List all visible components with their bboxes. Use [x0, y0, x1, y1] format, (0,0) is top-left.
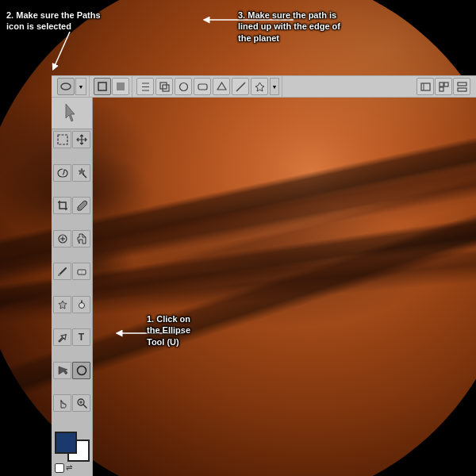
pen-tool[interactable]	[53, 328, 71, 346]
color-area: ⇌	[52, 428, 92, 476]
svg-point-23	[58, 274, 60, 276]
mini-color-icons: ⇌	[55, 463, 89, 473]
svg-point-19	[78, 209, 79, 210]
marquee-tool[interactable]	[53, 131, 71, 148]
healing-tool[interactable]	[53, 230, 71, 248]
svg-rect-17	[58, 135, 67, 144]
svg-rect-2	[117, 83, 125, 90]
svg-rect-11	[440, 83, 443, 86]
svg-line-33	[83, 405, 86, 408]
svg-rect-13	[440, 87, 443, 91]
svg-rect-14	[458, 83, 466, 86]
view-options-btn[interactable]	[453, 78, 470, 95]
svg-line-8	[236, 83, 245, 91]
tool-grid: T	[52, 129, 92, 428]
top-toolbar: ▼	[52, 75, 476, 98]
shape-tools-section: ▼	[134, 76, 282, 97]
move-tool[interactable]	[72, 131, 90, 148]
mode-dropdown[interactable]: ▼	[75, 78, 86, 95]
svg-rect-6	[198, 84, 207, 90]
left-toolbox: T	[52, 98, 93, 476]
ellipse-shape-btn[interactable]	[175, 78, 192, 95]
custom-shape-btn[interactable]	[251, 78, 268, 95]
svg-marker-29	[59, 367, 67, 374]
color-swatches	[55, 432, 90, 462]
path-selection-tool[interactable]	[53, 362, 71, 379]
dodge-tool[interactable]	[72, 296, 90, 313]
svg-point-0	[61, 83, 71, 90]
fill-pixels-btn[interactable]	[112, 78, 129, 95]
foreground-color-swatch[interactable]	[55, 432, 77, 454]
svg-point-5	[179, 83, 187, 90]
svg-point-30	[77, 366, 86, 374]
svg-rect-15	[458, 88, 466, 91]
clone-tool[interactable]	[72, 230, 90, 248]
svg-rect-12	[444, 83, 448, 86]
brush-tool[interactable]	[53, 263, 71, 280]
rounded-rect-btn[interactable]	[194, 78, 211, 95]
line-btn[interactable]	[232, 78, 249, 95]
path-fill-section	[91, 76, 132, 97]
svg-marker-16	[66, 104, 75, 121]
ellipse-tool[interactable]	[72, 362, 90, 379]
right-tools-section	[414, 76, 473, 97]
svg-point-28	[64, 334, 66, 336]
svg-rect-3	[160, 83, 167, 89]
shape-mode-section: ▼	[55, 76, 90, 97]
type-tool[interactable]: T	[72, 328, 90, 346]
svg-point-26	[79, 302, 84, 308]
ellipse-mode-btn[interactable]	[57, 78, 75, 95]
svg-rect-4	[163, 85, 169, 91]
path-ops-btn[interactable]	[155, 78, 173, 95]
svg-rect-9	[421, 83, 430, 90]
shapes-dropdown[interactable]: ▼	[270, 78, 279, 95]
svg-rect-1	[98, 83, 106, 90]
view-doc-btn[interactable]	[416, 78, 434, 95]
svg-marker-7	[217, 83, 226, 90]
view-arrange-btn[interactable]	[435, 78, 452, 95]
eyedropper-tool[interactable]	[72, 197, 90, 214]
eraser-tool[interactable]	[72, 263, 90, 280]
zoom-tool[interactable]	[72, 394, 90, 412]
blur-tool[interactable]	[53, 296, 71, 313]
paths-btn[interactable]	[94, 78, 111, 95]
polygon-btn[interactable]	[213, 78, 230, 95]
default-colors-icon[interactable]	[55, 463, 64, 473]
crop-tool[interactable]	[53, 197, 71, 214]
svg-line-18	[83, 174, 86, 178]
swap-colors-icon[interactable]: ⇌	[66, 463, 75, 473]
align-btn[interactable]	[136, 78, 154, 95]
toolbox-header	[52, 98, 92, 129]
lasso-tool[interactable]	[53, 164, 71, 182]
hand-tool[interactable]	[53, 394, 71, 412]
magic-wand-tool[interactable]	[72, 164, 90, 182]
